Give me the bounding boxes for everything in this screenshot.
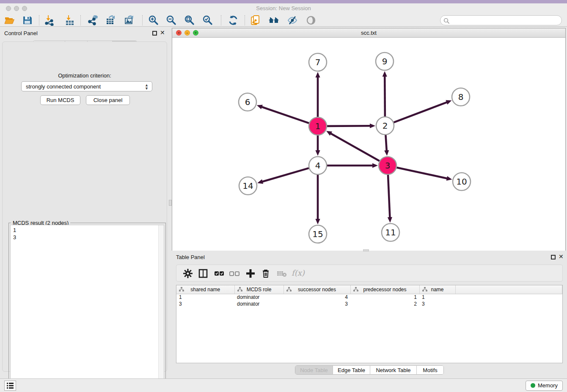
network-canvas[interactable]: 7968124314101511	[172, 38, 565, 251]
table-cell[interactable]: 1	[176, 294, 234, 301]
memory-label: Memory	[538, 382, 558, 389]
close-panel-icon[interactable]: ✕	[160, 29, 165, 36]
table-panel: Table Panel ✕ f(x) shared nameMCDS roles…	[172, 252, 567, 377]
table-cell[interactable]: 2	[350, 301, 419, 307]
main-titlebar: Session: New Session	[0, 3, 567, 14]
toolbar-separator	[245, 15, 245, 25]
refresh-icon[interactable]	[228, 15, 239, 26]
table-cell[interactable]: dominator	[234, 301, 284, 307]
zoom-selected-icon[interactable]	[202, 15, 213, 26]
result-scrollbar[interactable]	[158, 225, 164, 383]
table-cell[interactable]: 3	[419, 301, 455, 307]
table-row[interactable]: 1dominator411	[176, 294, 562, 301]
table-cell[interactable]: 1	[350, 294, 419, 301]
task-history-button[interactable]	[4, 381, 16, 391]
graph-node-label: 6	[245, 97, 250, 107]
search-field[interactable]	[440, 15, 562, 25]
export-image-icon[interactable]	[124, 15, 135, 26]
delete-column-icon[interactable]	[260, 268, 271, 279]
zoom-in-icon[interactable]	[148, 15, 159, 26]
column-header-MCDS-role[interactable]: MCDS role	[234, 285, 284, 294]
graph-edge-3-1[interactable]	[330, 133, 380, 161]
graph-edge-arrowhead	[315, 150, 320, 156]
graph-edge-arrowhead	[257, 105, 263, 109]
hide-panels-icon[interactable]	[287, 15, 298, 26]
split-panel-icon[interactable]	[198, 268, 209, 279]
clone-network-icon[interactable]	[250, 15, 261, 26]
optimization-criterion-select[interactable]: strongly connected component ▲▼	[21, 81, 152, 91]
column-header-successor-nodes[interactable]: successor nodes	[284, 285, 350, 294]
search-input[interactable]	[451, 17, 558, 24]
toolbar-separator	[142, 15, 143, 25]
graph-edge-arrowhead	[315, 219, 320, 224]
float-panel-icon[interactable]	[152, 31, 157, 36]
show-graphics-icon[interactable]	[306, 15, 317, 26]
panel-splitter-grip[interactable]	[169, 200, 172, 206]
select-all-columns-icon[interactable]	[214, 268, 225, 279]
column-header-filler	[455, 285, 562, 294]
import-network-icon[interactable]	[44, 15, 55, 26]
run-mcds-button[interactable]: Run MCDS	[40, 95, 80, 105]
create-column-icon[interactable]	[245, 268, 256, 279]
save-session-icon[interactable]	[22, 15, 33, 26]
memory-button[interactable]: Memory	[526, 381, 563, 391]
graph-node-label: 1	[315, 121, 321, 131]
application-window: Session: New Session Control Panel	[0, 0, 567, 392]
table-row[interactable]: 3dominator323	[176, 301, 562, 307]
graph-edge-arrowhead	[315, 72, 320, 77]
function-builder-icon[interactable]: f(x)	[292, 268, 303, 279]
graph-edge-3-11[interactable]	[388, 175, 390, 218]
graph-edge-3-10[interactable]	[396, 168, 447, 179]
graph-edge-arrowhead	[446, 176, 452, 181]
close-table-panel-icon[interactable]: ✕	[559, 253, 564, 260]
zoom-fit-icon[interactable]	[184, 15, 195, 26]
window-title: Session: New Session	[0, 5, 567, 11]
tab-network-table[interactable]: Network Table	[370, 366, 416, 374]
node-table[interactable]: shared nameMCDS rolesuccessor nodesprede…	[176, 285, 563, 363]
export-network-icon[interactable]	[87, 15, 98, 26]
float-table-panel-icon[interactable]	[551, 255, 556, 259]
control-panel-title: Control Panel	[4, 30, 38, 36]
table-splitter-grip[interactable]	[363, 249, 369, 251]
graph-edge-2-9[interactable]	[385, 76, 385, 116]
table-cell[interactable]: dominator	[234, 294, 284, 301]
graph-node-label: 11	[385, 227, 396, 237]
unselect-all-columns-icon[interactable]	[229, 268, 240, 279]
column-header-label: MCDS role	[247, 287, 272, 293]
close-panel-button[interactable]: Close panel	[86, 95, 130, 105]
toolbar-separator	[221, 15, 221, 25]
graph-edge-arrowhead	[384, 150, 389, 156]
tab-node-table[interactable]: Node Table	[295, 366, 333, 374]
graph-edge-1-6[interactable]	[261, 107, 309, 123]
graph-node-label: 15	[312, 229, 323, 239]
export-table-icon[interactable]	[105, 15, 116, 26]
gear-icon[interactable]	[182, 268, 193, 279]
home-icon[interactable]	[268, 15, 279, 26]
table-cell[interactable]: 4	[284, 294, 350, 301]
tab-motifs[interactable]: Motifs	[416, 366, 443, 374]
mcds-result-list[interactable]: 1 3	[10, 225, 164, 383]
graph-edge-2-8[interactable]	[394, 102, 448, 122]
table-panel-header: Table Panel ✕	[172, 252, 567, 263]
column-header-name[interactable]: name	[419, 285, 455, 294]
open-session-icon[interactable]	[4, 15, 15, 26]
graph-edge-2-3[interactable]	[385, 135, 386, 151]
table-cell[interactable]: 3	[284, 301, 350, 307]
search-icon	[443, 18, 450, 24]
delete-table-icon[interactable]	[276, 268, 287, 279]
table-cell[interactable]: 1	[419, 294, 455, 301]
table-cell[interactable]: 3	[176, 301, 234, 307]
zoom-out-icon[interactable]	[166, 15, 177, 26]
import-table-icon[interactable]	[64, 15, 75, 26]
graph-edge-1-2[interactable]	[327, 126, 371, 126]
network-window-title: scc.txt	[172, 30, 565, 36]
tab-edge-table[interactable]: Edge Table	[333, 366, 370, 374]
graph-edge-arrowhead	[446, 100, 451, 105]
network-window-titlebar[interactable]: ✕ − + scc.txt	[172, 28, 565, 38]
graph-edge-4-14[interactable]	[262, 168, 309, 182]
mcds-panel: Optimization criterion: strongly connect…	[2, 41, 167, 372]
column-header-shared-name[interactable]: shared name	[176, 285, 234, 294]
column-header-predecessor-nodes[interactable]: predecessor nodes	[350, 285, 419, 294]
graph-node-label: 3	[385, 160, 391, 171]
graph-edge-arrowhead	[383, 71, 387, 77]
